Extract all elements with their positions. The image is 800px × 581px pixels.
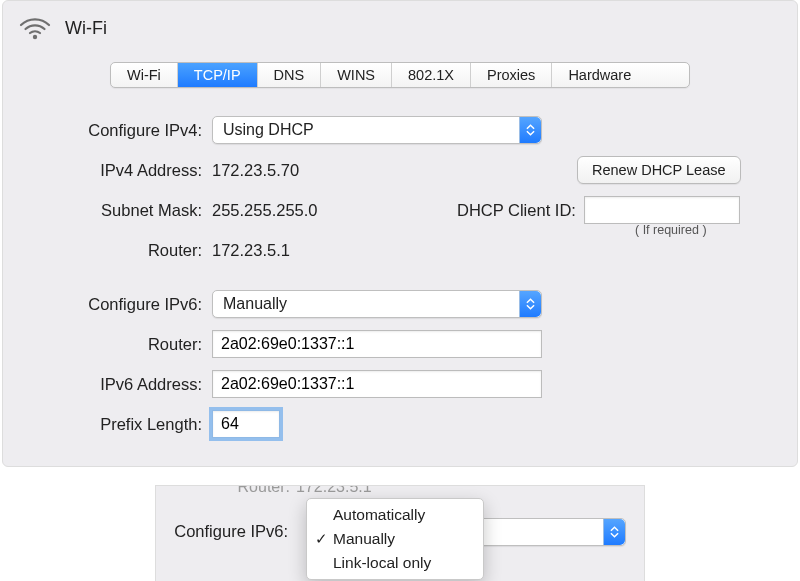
strip-top-value: 172.23.5.1 — [296, 485, 372, 490]
ipv4-address-label: IPv4 Address: — [27, 161, 212, 180]
svg-point-0 — [33, 35, 37, 39]
menu-item-label: Link-local only — [333, 554, 431, 572]
ipv6-config-menu: Automatically ✓ Manually Link-local only — [306, 498, 484, 580]
strip-configure-ipv6-label: Configure IPv6: — [156, 522, 296, 541]
subnet-mask-value: 255.255.255.0 — [212, 201, 318, 220]
subnet-mask-label: Subnet Mask: — [27, 201, 212, 220]
check-icon: ✓ — [315, 530, 328, 548]
tab-8021x[interactable]: 802.1X — [392, 63, 471, 87]
configure-ipv4-select[interactable]: Using DHCP — [212, 116, 542, 144]
dhcp-client-id-input[interactable] — [584, 196, 740, 224]
ipv6-config-dropdown-strip: Router: 172.23.5.1 Configure IPv6: Autom… — [155, 485, 645, 581]
configure-ipv6-select[interactable]: Manually — [212, 290, 542, 318]
menu-item-label: Automatically — [333, 506, 425, 524]
renew-dhcp-lease-button[interactable]: Renew DHCP Lease — [577, 156, 741, 184]
updown-icon — [603, 519, 625, 545]
tab-wifi[interactable]: Wi-Fi — [111, 63, 178, 87]
ipv4-router-value: 172.23.5.1 — [212, 241, 290, 260]
tab-wins[interactable]: WINS — [321, 63, 392, 87]
renew-dhcp-lease-label: Renew DHCP Lease — [592, 162, 726, 178]
menu-item-manually[interactable]: ✓ Manually — [307, 527, 483, 551]
tab-hardware[interactable]: Hardware — [552, 63, 647, 87]
updown-icon — [519, 291, 541, 317]
tab-bar: Wi-Fi TCP/IP DNS WINS 802.1X Proxies Har… — [110, 62, 690, 88]
panel-header: Wi-Fi — [3, 1, 797, 44]
tab-dns[interactable]: DNS — [258, 63, 322, 87]
wifi-icon — [17, 13, 53, 44]
ipv6-address-label: IPv6 Address: — [27, 375, 212, 394]
menu-item-link-local-only[interactable]: Link-local only — [307, 551, 483, 575]
configure-ipv4-value: Using DHCP — [223, 121, 314, 139]
ipv4-router-label: Router: — [27, 241, 212, 260]
menu-item-automatically[interactable]: Automatically — [307, 503, 483, 527]
configure-ipv6-label: Configure IPv6: — [27, 295, 212, 314]
panel-title: Wi-Fi — [65, 18, 107, 39]
strip-top-cut: Router: 172.23.5.1 — [156, 486, 644, 498]
prefix-length-label: Prefix Length: — [27, 415, 212, 434]
ipv4-address-value: 172.23.5.70 — [212, 161, 299, 180]
strip-top-label: Router: — [156, 485, 296, 490]
updown-icon — [519, 117, 541, 143]
ipv6-router-label: Router: — [27, 335, 212, 354]
configure-ipv6-value: Manually — [223, 295, 287, 313]
tcpip-form: Configure IPv4: Using DHCP IPv4 Address:… — [3, 110, 797, 444]
prefix-length-input[interactable] — [212, 410, 280, 438]
menu-item-label: Manually — [333, 530, 395, 548]
ipv6-address-input[interactable] — [212, 370, 542, 398]
configure-ipv4-label: Configure IPv4: — [27, 121, 212, 140]
tab-tcpip[interactable]: TCP/IP — [178, 63, 258, 87]
tab-proxies[interactable]: Proxies — [471, 63, 552, 87]
network-tcpip-panel: Wi-Fi Wi-Fi TCP/IP DNS WINS 802.1X Proxi… — [2, 0, 798, 467]
dhcp-client-id-label: DHCP Client ID: — [457, 201, 576, 220]
ipv6-router-input[interactable] — [212, 330, 542, 358]
